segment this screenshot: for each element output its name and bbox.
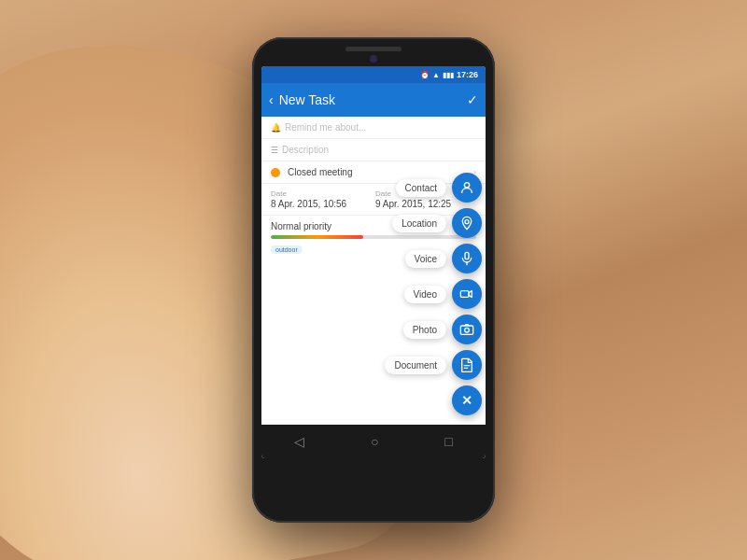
svg-point-6 bbox=[465, 328, 470, 332]
doc-icon bbox=[459, 357, 474, 372]
video-label[interactable]: Video bbox=[404, 286, 446, 303]
contact-label[interactable]: Contact bbox=[396, 179, 446, 197]
location-label[interactable]: Location bbox=[392, 215, 446, 232]
app-bar-title: New Task bbox=[279, 92, 467, 107]
bottom-nav: ◁ ○ □ bbox=[261, 425, 486, 458]
mic-icon bbox=[459, 251, 474, 266]
phone-screen: ⏰ ▲ ▮▮▮ 17:26 ‹ New Task ✓ 🔔 Remind me a… bbox=[261, 66, 486, 458]
svg-point-1 bbox=[465, 220, 469, 224]
document-fab-button[interactable] bbox=[452, 350, 482, 380]
remind-field[interactable]: Remind me about... bbox=[285, 122, 366, 133]
recent-nav-button[interactable]: □ bbox=[444, 434, 452, 449]
close-icon[interactable]: ✕ bbox=[461, 393, 472, 408]
voice-fab-button[interactable] bbox=[452, 244, 482, 273]
videocam-icon bbox=[459, 287, 474, 301]
fab-item-video[interactable]: Video bbox=[404, 279, 482, 309]
fab-close-item[interactable]: ✕ bbox=[452, 385, 482, 415]
back-button[interactable]: ‹ bbox=[269, 92, 274, 107]
fab-item-voice[interactable]: Voice bbox=[405, 244, 482, 273]
phone-camera bbox=[370, 55, 377, 63]
photo-label[interactable]: Photo bbox=[403, 321, 446, 339]
meeting-circle-icon bbox=[271, 168, 280, 177]
app-bar: ‹ New Task ✓ bbox=[261, 83, 486, 117]
description-row[interactable]: ☰ Description bbox=[261, 139, 486, 161]
location-fab-button[interactable] bbox=[452, 208, 482, 238]
meeting-value: Closed meeting bbox=[288, 167, 352, 177]
pin-icon bbox=[459, 216, 474, 231]
camera-icon bbox=[459, 322, 474, 337]
remind-row[interactable]: 🔔 Remind me about... bbox=[261, 117, 486, 139]
confirm-button[interactable]: ✓ bbox=[467, 92, 478, 107]
phone-speaker bbox=[345, 47, 402, 51]
document-label[interactable]: Document bbox=[385, 357, 446, 374]
home-nav-button[interactable]: ○ bbox=[371, 434, 378, 449]
date1-label: Date bbox=[271, 189, 372, 198]
alarm-icon: 🔔 bbox=[271, 123, 281, 133]
svg-rect-2 bbox=[465, 252, 469, 259]
status-time: 17:26 bbox=[457, 70, 478, 79]
wifi-icon: ▲ bbox=[432, 71, 440, 79]
date1-col: Date 8 Apr. 2015, 10:56 bbox=[271, 189, 372, 209]
person-icon bbox=[459, 180, 474, 195]
fab-item-location[interactable]: Location bbox=[392, 208, 482, 238]
voice-label[interactable]: Voice bbox=[405, 250, 446, 268]
fab-close-button[interactable]: ✕ bbox=[452, 385, 482, 415]
svg-rect-4 bbox=[460, 291, 469, 298]
contact-fab-button[interactable] bbox=[452, 173, 482, 203]
tag-chip[interactable]: outdoor bbox=[271, 245, 303, 254]
description-field[interactable]: Description bbox=[282, 145, 329, 155]
task-content: 🔔 Remind me about... ☰ Description Close… bbox=[261, 117, 486, 425]
svg-rect-5 bbox=[460, 326, 472, 334]
fab-item-photo[interactable]: Photo bbox=[403, 315, 482, 344]
alarm-status-icon: ⏰ bbox=[420, 71, 430, 79]
video-fab-button[interactable] bbox=[452, 279, 482, 309]
phone-device: ⏰ ▲ ▮▮▮ 17:26 ‹ New Task ✓ 🔔 Remind me a… bbox=[252, 37, 495, 523]
svg-point-0 bbox=[464, 183, 469, 188]
date1-value: 8 Apr. 2015, 10:56 bbox=[271, 199, 372, 209]
fab-item-contact[interactable]: Contact bbox=[396, 173, 482, 203]
fab-menu: Contact Location bbox=[385, 173, 482, 415]
description-icon: ☰ bbox=[271, 146, 278, 155]
back-nav-button[interactable]: ◁ bbox=[294, 434, 304, 449]
priority-progress-fill bbox=[271, 235, 363, 239]
signal-icon: ▮▮▮ bbox=[443, 71, 454, 79]
status-bar: ⏰ ▲ ▮▮▮ 17:26 bbox=[261, 66, 486, 83]
photo-fab-button[interactable] bbox=[452, 315, 482, 344]
fab-item-document[interactable]: Document bbox=[385, 350, 482, 380]
